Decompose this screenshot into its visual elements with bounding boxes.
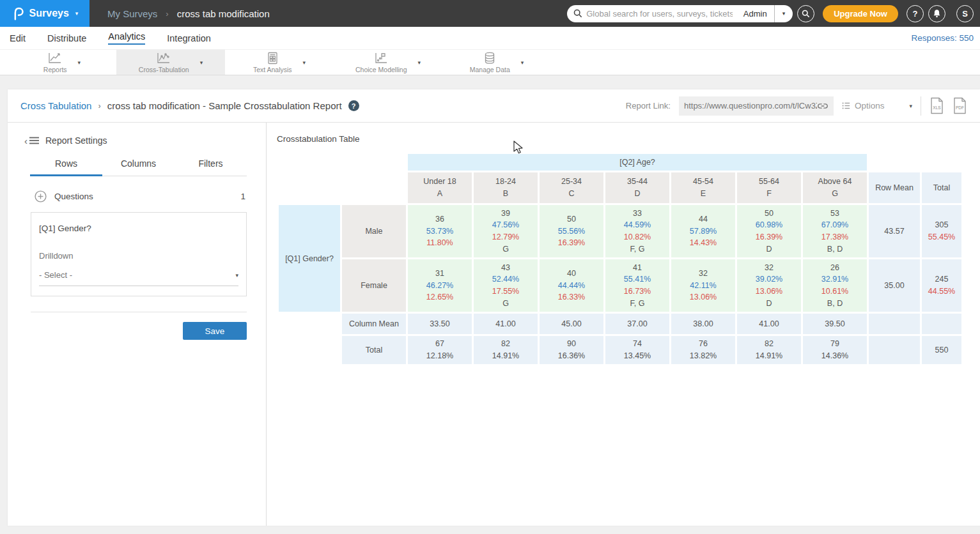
questions-count: 1 <box>240 192 245 201</box>
text-analysis-caret-icon[interactable]: ▾ <box>303 59 306 66</box>
column-header: 25-34C <box>540 172 603 203</box>
tab-rows[interactable]: Rows <box>30 158 102 176</box>
tab-filters[interactable]: Filters <box>175 158 247 176</box>
menu-lines-icon <box>29 137 39 144</box>
topbar-actions: Admin ▾ Upgrade Now ? S <box>567 5 980 22</box>
total-cell: 9016.36% <box>540 336 603 364</box>
column-header: Under 18A <box>408 172 472 203</box>
tab-columns[interactable]: Columns <box>102 158 175 176</box>
total-cell: 6712.18% <box>408 336 472 364</box>
total-cell: 8214.91% <box>737 336 801 364</box>
row-mean-header: Row Mean <box>869 172 920 203</box>
search-icon <box>573 9 582 18</box>
manage-data-caret-icon[interactable]: ▾ <box>521 59 524 66</box>
options-list-icon <box>842 102 850 110</box>
choice-modelling-caret-icon[interactable]: ▾ <box>418 59 421 66</box>
link-icon[interactable] <box>817 102 828 111</box>
data-cell: 5367.09%17.38%B, D <box>803 205 867 257</box>
column-header: 35-44D <box>605 172 669 203</box>
help-button[interactable]: ? <box>906 5 924 22</box>
nav-item-analytics[interactable]: Analytics <box>108 31 145 45</box>
reports-icon <box>47 52 63 65</box>
question-card: [Q1] Gender? Drilldown - Select - ▾ <box>31 212 247 296</box>
reports-caret-icon[interactable]: ▾ <box>78 59 81 66</box>
total-cell: 7914.36% <box>803 336 867 364</box>
empty-cell <box>922 314 961 334</box>
crosstab-cell <box>279 172 340 203</box>
product-name: Surveys <box>29 8 69 19</box>
crosstab-cell <box>342 154 406 171</box>
drilldown-label: Drilldown <box>39 251 238 261</box>
data-cell: 2632.91%10.61%B, D <box>803 259 867 312</box>
add-question-icon[interactable] <box>35 190 47 202</box>
global-search-input[interactable] <box>582 9 736 19</box>
empty-cell <box>869 336 920 364</box>
breadcrumb-separator: › <box>166 9 168 19</box>
options-caret-icon[interactable]: ▾ <box>909 103 912 109</box>
text-analysis-icon <box>266 52 279 65</box>
report-header: Cross Tabulation › cross tab modificatio… <box>8 89 980 123</box>
user-avatar[interactable]: S <box>956 5 974 22</box>
toolbar-item-manage-data[interactable]: Manage Data ▾ <box>442 50 551 75</box>
column-header: Above 64G <box>803 172 867 203</box>
grand-total-cell: 550 <box>922 336 961 364</box>
column-mean-cell: 41.00 <box>474 314 538 334</box>
drilldown-select[interactable]: - Select - ▾ <box>39 270 238 286</box>
crosstab-cell <box>869 154 920 171</box>
help-icon[interactable]: ? <box>348 100 359 111</box>
report-link-field[interactable]: https://www.questionpro.com/t/lCw3Zc <box>679 96 834 116</box>
collapse-panel-icon[interactable]: ‹ <box>24 136 39 146</box>
row-total-cell: 30555.45% <box>922 205 961 257</box>
report-link-url[interactable]: https://www.questionpro.com/t/lCw3Zc <box>684 101 817 111</box>
drilldown-caret-icon: ▾ <box>235 272 238 278</box>
app-logo[interactable]: Surveys ▾ <box>0 0 89 27</box>
topbar-breadcrumb: My Surveys › cross tab modification <box>107 8 270 19</box>
drilldown-selected-value: - Select - <box>39 270 72 280</box>
report-settings-panel: ‹ Report Settings Rows Columns Filters <box>8 123 267 526</box>
product-switcher-caret-icon: ▾ <box>75 10 79 17</box>
total-cell: 7413.45% <box>605 336 669 364</box>
column-mean-label: Column Mean <box>342 314 406 334</box>
toolbar-item-cross-tabulation[interactable]: Cross-Tabulation ▾ <box>116 50 225 75</box>
data-cell: 5055.56%16.39% <box>540 205 603 257</box>
manage-data-icon <box>483 52 497 65</box>
upgrade-now-button[interactable]: Upgrade Now <box>823 5 898 22</box>
nav-item-edit[interactable]: Edit <box>10 33 26 43</box>
nav-item-integration[interactable]: Integration <box>167 33 211 43</box>
data-cell: 4155.41%16.73%F, G <box>605 259 669 312</box>
topbar: Surveys ▾ My Surveys › cross tab modific… <box>0 0 980 27</box>
toolbar-item-reports[interactable]: Reports ▾ <box>8 50 116 75</box>
export-xls-button[interactable]: XLS <box>929 97 944 114</box>
column-header: 45-54E <box>671 172 735 203</box>
settings-tabs: Rows Columns Filters <box>30 158 247 176</box>
nav-item-distribute[interactable]: Distribute <box>47 33 86 43</box>
crosstab-cell <box>279 314 340 334</box>
search-scope-label: Admin <box>736 9 774 19</box>
column-mean-row: Column Mean33.5041.0045.0037.0038.0041.0… <box>279 314 961 334</box>
notifications-button[interactable] <box>928 5 945 22</box>
cross-tabulation-breadcrumb-link[interactable]: Cross Tabulation <box>20 100 91 111</box>
data-cell: 5060.98%16.39%D <box>737 205 801 257</box>
cross-tabulation-caret-icon[interactable]: ▾ <box>200 59 203 66</box>
column-mean-cell: 37.00 <box>605 314 669 334</box>
total-header: Total <box>922 172 961 203</box>
breadcrumb-survey-name: cross tab modification <box>177 8 270 19</box>
breadcrumb-my-surveys[interactable]: My Surveys <box>107 8 157 19</box>
questionpro-logo-icon <box>12 6 24 21</box>
toolbar-item-text-analysis[interactable]: Text Analysis ▾ <box>225 50 334 75</box>
search-scope-caret-icon[interactable]: ▾ <box>775 10 793 17</box>
row-total-cell: 24544.55% <box>922 259 961 312</box>
data-cell: 3344.59%10.82%F, G <box>605 205 669 257</box>
save-button[interactable]: Save <box>183 322 247 340</box>
options-button[interactable]: Options ▾ <box>842 101 912 111</box>
export-pdf-button[interactable]: PDF <box>953 97 967 114</box>
global-search[interactable]: Admin ▾ <box>567 5 793 22</box>
data-cell: 3239.02%13.06%D <box>737 259 801 312</box>
cross-tabulation-icon <box>156 52 171 65</box>
search-button[interactable] <box>797 5 814 22</box>
xls-icon-label: XLS <box>933 105 941 110</box>
breadcrumb-separator: › <box>98 101 100 111</box>
toolbar-item-choice-modelling[interactable]: Choice Modelling ▾ <box>334 50 442 75</box>
crosstab-cell <box>922 154 961 171</box>
data-cell: 4044.44%16.33% <box>540 259 603 312</box>
